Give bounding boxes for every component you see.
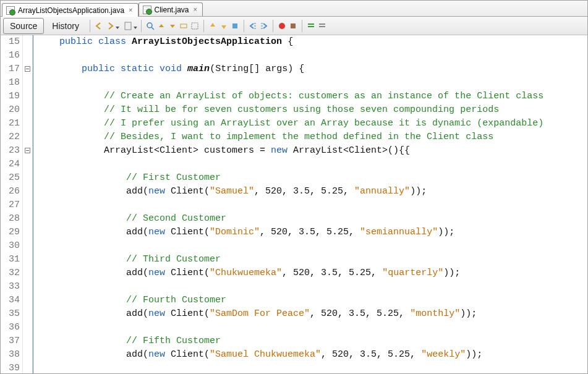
svg-line-2 [151, 27, 154, 30]
bookmark-up-icon [208, 22, 217, 30]
svg-rect-3 [181, 24, 187, 28]
indent-right-icon [260, 22, 268, 30]
arrow-up-small-icon [157, 22, 166, 30]
line-number: 19 [1, 90, 20, 103]
prev-bookmark-button[interactable] [208, 21, 218, 31]
comment-icon [307, 22, 315, 30]
fold-toggle[interactable] [25, 148, 30, 153]
code-line[interactable]: // I prefer using an ArrayList over an A… [37, 117, 587, 130]
bookmark-icon [231, 22, 239, 30]
file-tab-client[interactable]: Client.java × [138, 2, 203, 16]
toolbar-divider [90, 20, 90, 32]
code-line[interactable]: // Third Customer [37, 253, 587, 266]
chevron-down-icon[interactable] [116, 27, 119, 29]
svg-rect-5 [232, 23, 237, 28]
code-line[interactable]: // It will be for seven customers using … [37, 103, 587, 117]
line-number-gutter: 1516171819202122232425262728293031323334… [1, 35, 23, 373]
shift-left-button[interactable] [248, 21, 258, 31]
file-tab-label: Client.java [155, 6, 189, 14]
record-icon [278, 22, 286, 30]
line-number: 16 [1, 49, 20, 62]
file-tab-label: ArrayListObjectsApplication.java [18, 6, 124, 15]
code-line[interactable]: add(new Client("Samuel Chukwuemeka", 520… [37, 348, 587, 362]
code-line[interactable] [37, 321, 587, 334]
code-line[interactable] [37, 49, 587, 62]
code-line[interactable]: add(new Client("Chukwuemeka", 520, 3.5, … [37, 266, 587, 280]
line-number: 22 [1, 130, 20, 144]
code-line[interactable] [37, 198, 587, 212]
code-line[interactable]: // Second Customer [37, 212, 587, 226]
code-line[interactable]: public static void main(String[] args) { [37, 62, 587, 76]
java-file-icon [143, 6, 151, 14]
line-number: 15 [1, 35, 20, 49]
bookmark-down-icon [219, 22, 228, 30]
search-icon [146, 22, 155, 30]
line-number: 20 [1, 103, 20, 117]
file-tab-arraylistobjectsapplication[interactable]: ArrayListObjectsApplication.java × [2, 3, 138, 17]
code-line[interactable]: // Fourth Customer [37, 294, 587, 307]
line-number: 34 [1, 294, 20, 307]
shift-right-button[interactable] [259, 21, 269, 31]
code-line[interactable]: // Create an ArrayList of objects: custo… [37, 90, 587, 103]
highlight-icon [190, 22, 199, 30]
line-number: 38 [1, 348, 20, 362]
code-line[interactable]: add(new Client("Dominic", 520, 3.5, 5.25… [37, 226, 587, 239]
code-editor[interactable]: 1516171819202122232425262728293031323334… [1, 35, 587, 373]
macro-record-button[interactable] [277, 21, 287, 31]
uncomment-button[interactable] [317, 21, 327, 31]
close-icon[interactable]: × [127, 7, 134, 14]
arrow-down-small-icon [168, 22, 177, 30]
highlight-button[interactable] [190, 21, 200, 31]
line-number: 27 [1, 198, 20, 212]
fold-toggle[interactable] [25, 66, 30, 72]
line-number: 30 [1, 239, 20, 253]
find-next-button[interactable] [168, 21, 177, 31]
line-number: 31 [1, 253, 20, 266]
toolbar-divider [273, 20, 273, 32]
next-bookmark-button[interactable] [219, 21, 229, 31]
arrow-left-icon [95, 22, 103, 30]
doc-button[interactable] [123, 21, 133, 31]
history-tab[interactable]: History [45, 18, 86, 34]
arrow-right-icon [106, 22, 114, 30]
code-line[interactable] [37, 158, 587, 171]
code-line[interactable]: add(new Client("Samuel", 520, 3.5, 5.25,… [37, 185, 587, 198]
code-line[interactable]: public class ArrayListObjectsApplication… [37, 35, 587, 49]
code-line[interactable]: // Fifth Customer [37, 334, 587, 348]
toolbar-divider [203, 20, 204, 32]
toolbar-divider [302, 20, 302, 32]
code-line[interactable] [37, 280, 587, 294]
close-icon[interactable]: × [192, 6, 198, 13]
toggle-bookmark-button[interactable] [230, 21, 240, 31]
chevron-down-icon[interactable] [134, 27, 137, 29]
line-number: 35 [1, 307, 20, 321]
comment-button[interactable] [306, 21, 316, 31]
svg-rect-4 [192, 23, 198, 29]
line-number: 18 [1, 76, 20, 90]
line-number: 25 [1, 171, 20, 185]
code-line[interactable]: // First Customer [37, 171, 587, 185]
code-area[interactable]: public class ArrayListObjectsApplication… [33, 35, 587, 373]
find-selection-button[interactable] [179, 21, 189, 31]
code-line[interactable] [37, 239, 587, 253]
svg-point-12 [279, 23, 285, 29]
find-prev-button[interactable] [156, 21, 166, 31]
nav-forward-button[interactable] [105, 21, 115, 31]
line-number: 28 [1, 212, 20, 226]
source-tab[interactable]: Source [3, 18, 44, 34]
code-line[interactable]: ArrayList<Client> customers = new ArrayL… [37, 144, 587, 158]
find-button[interactable] [145, 21, 155, 31]
code-line[interactable]: add(new Client("SamDom For Peace", 520, … [37, 307, 587, 321]
selection-icon [179, 22, 188, 30]
line-number: 21 [1, 117, 20, 130]
java-file-icon [6, 6, 15, 15]
line-number: 36 [1, 321, 20, 334]
macro-stop-button[interactable] [288, 21, 298, 31]
code-line[interactable]: // Besides, I want to implement the meth… [37, 130, 587, 144]
code-line[interactable] [37, 362, 587, 373]
toolbar-divider [244, 20, 244, 32]
editor-toolbar: Source History [1, 17, 587, 35]
line-number: 33 [1, 280, 20, 294]
code-line[interactable] [37, 76, 587, 90]
nav-back-button[interactable] [94, 21, 104, 31]
